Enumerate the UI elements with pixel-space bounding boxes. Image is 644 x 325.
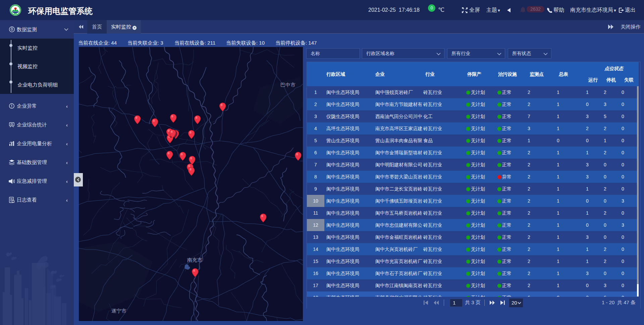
svg-text:遂宁市: 遂宁市 <box>111 308 126 314</box>
svg-text:巴中市: 巴中市 <box>280 82 296 88</box>
svg-text:南充市: 南充市 <box>187 257 202 263</box>
